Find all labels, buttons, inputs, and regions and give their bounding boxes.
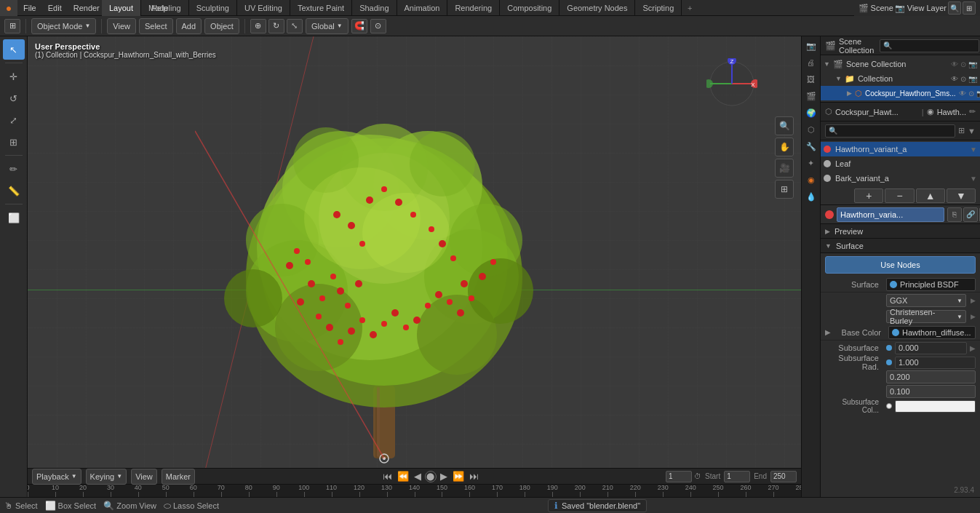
material-edit-btn[interactable]: ✏ <box>969 107 976 116</box>
outliner-scene-collection[interactable]: ▼ 🎬 Scene Collection 👁 ⊙ 📷 <box>821 57 980 71</box>
tab-texture-paint[interactable]: Texture Paint <box>290 0 352 16</box>
subsurface-rad-input-3[interactable]: 0.100 <box>886 385 976 398</box>
jump-start-btn[interactable]: ⏮ <box>381 471 394 482</box>
snap-toggle[interactable]: 🧲 <box>351 19 367 33</box>
marker-menu[interactable]: Marker <box>162 469 195 485</box>
tool-rotate[interactable]: ↺ <box>3 88 25 108</box>
prop-tab-particles[interactable]: ✦ <box>803 155 819 171</box>
tool-measure[interactable]: 📏 <box>3 180 25 201</box>
use-nodes-button[interactable]: Use Nodes <box>825 256 976 274</box>
prop-tab-view[interactable]: 🖼 <box>803 71 819 87</box>
material-nav-dn-btn[interactable]: ▼ <box>947 188 976 203</box>
material-item-0[interactable]: Hawthorn_variant_a ▼ <box>821 142 980 156</box>
filter-button[interactable]: ⊞ <box>963 1 976 15</box>
menu-render[interactable]: Render <box>68 0 105 16</box>
tab-layout[interactable]: Layout <box>102 0 141 16</box>
transform-space-selector[interactable]: Global ▼ <box>306 18 348 34</box>
subsurface-rad-input-1[interactable]: 1.000 <box>895 357 976 369</box>
material-link-btn[interactable]: 🔗 <box>963 207 978 222</box>
mat-options-btn[interactable]: ▼ <box>968 127 976 135</box>
prop-tab-scene[interactable]: 🎬 <box>803 88 819 104</box>
view-menu[interactable]: View <box>107 18 136 34</box>
surface-shader-value[interactable]: Principled BSDF <box>886 278 976 291</box>
material-nav-up-btn[interactable]: ▲ <box>916 188 945 203</box>
timeline-view-menu[interactable]: View <box>131 469 157 485</box>
prop-tab-object[interactable]: ⬡ <box>803 122 819 138</box>
subsurface-col-input[interactable] <box>895 400 976 413</box>
keying-menu[interactable]: Keying ▼ <box>86 469 127 485</box>
move-icon-btn[interactable]: ⊕ <box>250 19 266 33</box>
tool-add-cube[interactable]: ⬜ <box>3 207 25 228</box>
selectability-icon[interactable]: ⊙ <box>960 75 966 83</box>
material-remove-btn[interactable]: − <box>885 188 914 203</box>
tab-rendering[interactable]: Rendering <box>447 0 500 16</box>
tool-cursor[interactable]: ↖ <box>3 39 25 60</box>
tab-modeling[interactable]: Modeling <box>141 0 189 16</box>
material-search-input[interactable] <box>825 124 955 138</box>
frame-end-input[interactable] <box>770 471 797 482</box>
add-workspace-button[interactable]: + <box>682 0 698 16</box>
subsurface-rad-input-2[interactable]: 0.200 <box>886 370 976 383</box>
prop-tab-render[interactable]: 📷 <box>803 38 819 54</box>
material-copy-btn[interactable]: ⎘ <box>947 207 962 222</box>
material-item-2[interactable]: Bark_variant_a ▼ <box>821 171 980 186</box>
visibility-icon[interactable]: 👁 <box>959 90 966 98</box>
prop-tab-world[interactable]: 🌍 <box>803 105 819 121</box>
tool-annotate[interactable]: ✏ <box>3 159 25 179</box>
selectability-icon[interactable]: ⊙ <box>960 60 966 68</box>
tab-geometry-nodes[interactable]: Geometry Nodes <box>559 0 635 16</box>
material-name-input[interactable] <box>837 207 944 222</box>
tool-transform[interactable]: ⊞ <box>3 132 25 152</box>
render-icon[interactable]: 📷 <box>968 75 977 83</box>
prop-tab-modifier[interactable]: 🔧 <box>803 138 819 154</box>
render-icon[interactable]: 📷 <box>976 90 981 98</box>
frame-start-input[interactable] <box>724 471 750 482</box>
play-btn[interactable]: ▶ <box>439 471 449 482</box>
tab-shading[interactable]: Shading <box>352 0 397 16</box>
visibility-icon[interactable]: 👁 <box>951 75 958 83</box>
prop-tab-material[interactable]: ◉ <box>803 172 819 188</box>
outliner-collection[interactable]: ▼ 📁 Collection 👁 ⊙ 📷 <box>821 71 980 86</box>
object-menu[interactable]: Object <box>204 18 239 34</box>
tool-scale[interactable]: ⤢ <box>3 110 25 130</box>
scene-selector[interactable]: 🎬 Scene <box>859 4 893 13</box>
stop-btn[interactable]: ⬤ <box>425 471 437 482</box>
tab-scripting[interactable]: Scripting <box>635 0 682 16</box>
surface-section-header[interactable]: ▼ Surface <box>821 239 980 253</box>
outliner-object[interactable]: ▶ ⬡ Cockspur_Hawthorn_Sms... 👁 ⊙ 📷 <box>821 86 980 100</box>
current-frame-input[interactable] <box>666 471 692 482</box>
viewport-menu-button[interactable]: ⊞ <box>4 19 20 33</box>
select-menu[interactable]: Select <box>139 18 173 34</box>
visibility-icon[interactable]: 👁 <box>951 60 958 68</box>
prop-tab-output[interactable]: 🖨 <box>803 55 819 71</box>
christensen-selector[interactable]: Christensen-Burley ▼ <box>886 310 966 323</box>
subsurface-input[interactable]: 0.000 <box>895 342 967 354</box>
step-forward-btn[interactable]: ⏩ <box>451 471 466 482</box>
proportional-btn[interactable]: ⊙ <box>370 19 386 33</box>
tab-sculpting[interactable]: Sculpting <box>189 0 237 16</box>
timeline-ruler[interactable]: 0102030405060708090100110120130140150160… <box>28 485 801 498</box>
tab-animation[interactable]: Animation <box>397 0 448 16</box>
zoom-gizmo[interactable]: 🔍 <box>775 116 794 135</box>
ggx-selector[interactable]: GGX ▼ <box>886 294 966 307</box>
base-color-value[interactable]: Hawthorn_diffuse... <box>888 326 976 339</box>
rotate-icon-btn[interactable]: ↻ <box>268 19 284 33</box>
material-item-1[interactable]: Leaf <box>821 156 980 171</box>
object-mode-selector[interactable]: Object Mode ▼ <box>31 18 96 34</box>
camera-gizmo[interactable]: 🎥 <box>775 159 794 178</box>
play-reverse-btn[interactable]: ◀ <box>413 471 423 482</box>
scale-icon-btn[interactable]: ⤡ <box>287 19 303 33</box>
grid-gizmo[interactable]: ⊞ <box>775 180 794 199</box>
tab-uv-editing[interactable]: UV Editing <box>237 0 290 16</box>
menu-file[interactable]: File <box>17 0 42 16</box>
step-back-btn[interactable]: ⏪ <box>396 471 410 482</box>
selectability-icon[interactable]: ⊙ <box>968 90 974 98</box>
tab-compositing[interactable]: Compositing <box>500 0 559 16</box>
viewlayer-selector[interactable]: 📷 View Layer <box>895 4 947 13</box>
add-menu[interactable]: Add <box>176 18 202 34</box>
prop-tab-data[interactable]: 💧 <box>803 188 819 204</box>
render-icon[interactable]: 📷 <box>968 60 977 68</box>
pan-gizmo[interactable]: ✋ <box>775 138 794 156</box>
jump-end-btn[interactable]: ⏭ <box>468 471 480 482</box>
menu-edit[interactable]: Edit <box>42 0 68 16</box>
